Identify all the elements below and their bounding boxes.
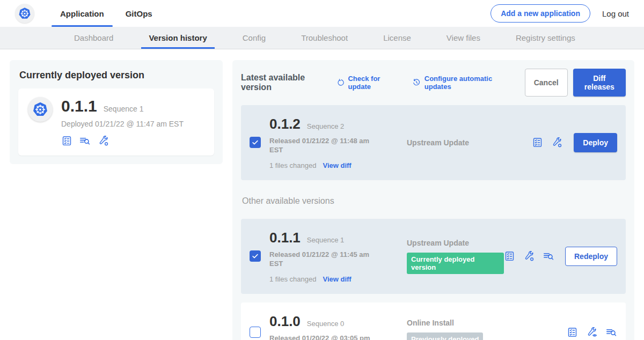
cancel-button[interactable]: Cancel [525, 69, 568, 97]
version-sequence: Sequence 0 [307, 320, 344, 328]
tab-gitops[interactable]: GitOps [115, 0, 163, 27]
view-logs-icon[interactable] [543, 250, 554, 262]
deploy-button[interactable]: Deploy [574, 133, 617, 152]
config-wrench-gear-icon[interactable] [551, 136, 563, 149]
version-row-0-1-0: 0.1.0 Sequence 0 Released 01/20/22 @ 03:… [241, 302, 626, 340]
config-wrench-gear-icon[interactable] [523, 250, 535, 262]
subnav-config[interactable]: Config [243, 27, 266, 49]
subnav-dashboard[interactable]: Dashboard [74, 27, 113, 49]
currently-deployed-badge: Currently deployed version [407, 253, 504, 274]
version-sequence: Sequence 1 [307, 236, 344, 244]
version-history-panel: Latest available version Check for updat… [232, 60, 634, 340]
version-number: 0.1.0 [269, 313, 301, 330]
version-checkbox[interactable] [250, 250, 261, 262]
version-source-label: Upstream Update [407, 138, 532, 147]
files-changed-label: 1 files changed [269, 161, 316, 169]
view-diff-link[interactable]: View diff [323, 275, 351, 283]
check-for-update-link[interactable]: Check for update [336, 75, 399, 91]
deployed-panel-title: Currently deployed version [19, 70, 214, 81]
subnav-license[interactable]: License [383, 27, 411, 49]
subnav-registry-settings[interactable]: Registry settings [516, 27, 575, 49]
configure-automatic-updates-link[interactable]: Configure automatic updates [412, 75, 511, 91]
view-logs-icon[interactable] [605, 327, 617, 338]
app-sub-nav: Dashboard Version history Config Trouble… [0, 27, 644, 49]
subnav-view-files[interactable]: View files [447, 27, 480, 49]
kubernetes-logo [15, 4, 34, 23]
previously-deployed-badge: Previously deployed [407, 332, 483, 340]
tab-application[interactable]: Application [49, 0, 115, 27]
currently-deployed-panel: Currently deployed version 0.1.1 Sequenc… [10, 60, 223, 164]
version-sequence: Sequence 2 [307, 122, 344, 130]
check-for-update-label: Check for update [348, 75, 399, 91]
version-checkbox[interactable] [250, 137, 261, 148]
config-wrench-eye-icon[interactable] [586, 326, 598, 338]
released-timestamp: Released 01/21/22 @ 11:48 am EST [269, 137, 371, 155]
version-number: 0.1.2 [269, 116, 301, 132]
release-notes-icon[interactable] [567, 327, 578, 338]
deployed-sequence: Sequence 1 [104, 105, 144, 113]
version-source-label: Online Install [407, 319, 567, 327]
version-source-label: Upstream Update [407, 239, 504, 247]
deployed-version-number: 0.1.1 [61, 97, 97, 115]
release-notes-icon[interactable] [532, 137, 543, 148]
deployed-timestamp: Deployed 01/21/22 @ 11:47 am EST [61, 120, 184, 128]
view-logs-icon[interactable] [79, 135, 91, 147]
files-changed-label: 1 files changed [269, 275, 316, 283]
released-timestamp: Released 01/20/22 @ 03:05 pm EST [269, 334, 371, 340]
version-checkbox[interactable] [250, 327, 261, 338]
redeploy-button[interactable]: Redeploy [565, 247, 617, 266]
subnav-troubleshoot[interactable]: Troubleshoot [301, 27, 348, 49]
configure-automatic-updates-label: Configure automatic updates [425, 75, 512, 91]
released-timestamp: Released 01/21/22 @ 11:45 am EST [269, 250, 371, 269]
refresh-icon [336, 78, 345, 87]
logout-link[interactable]: Log out [602, 9, 629, 18]
add-application-button[interactable]: Add a new application [491, 4, 590, 23]
version-row-0-1-2: 0.1.2 Sequence 2 Released 01/21/22 @ 11:… [241, 105, 626, 180]
subnav-version-history[interactable]: Version history [149, 27, 207, 49]
version-number: 0.1.1 [269, 230, 301, 246]
latest-available-title: Latest available version [241, 73, 329, 92]
release-notes-icon[interactable] [504, 250, 515, 262]
app-icon [28, 97, 53, 122]
auto-update-clock-icon [412, 78, 421, 87]
deployed-version-card: 0.1.1 Sequence 1 Deployed 01/21/22 @ 11:… [18, 88, 214, 156]
version-row-0-1-1: 0.1.1 Sequence 1 Released 01/21/22 @ 11:… [241, 219, 626, 294]
top-nav: Application GitOps Add a new application… [0, 0, 644, 27]
release-notes-icon[interactable] [61, 135, 72, 146]
config-wrench-gear-icon[interactable] [97, 135, 109, 147]
diff-releases-button[interactable]: Diff releases [573, 69, 626, 97]
view-diff-link[interactable]: View diff [323, 161, 351, 169]
other-versions-title: Other available versions [242, 196, 625, 206]
